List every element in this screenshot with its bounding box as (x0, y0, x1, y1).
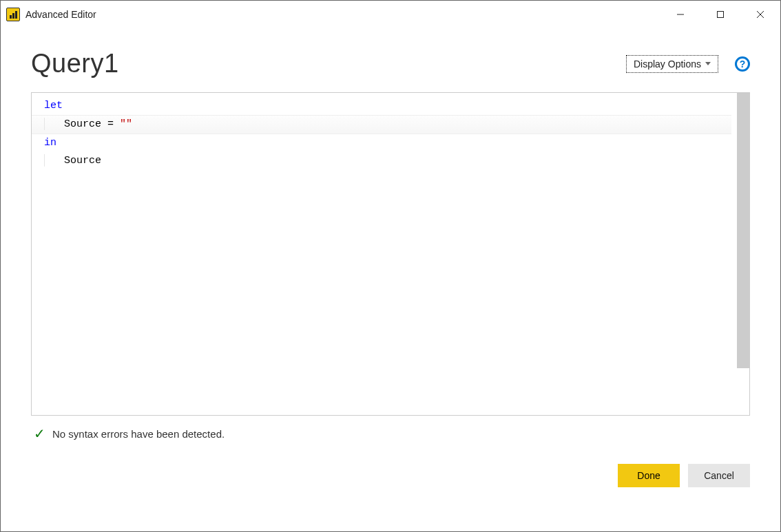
status-message: No syntax errors have been detected. (52, 428, 225, 440)
titlebar: Advanced Editor (1, 1, 780, 28)
code-string-literal: "" (120, 118, 132, 130)
code-editor[interactable]: let Source = ""in Source (31, 92, 750, 416)
code-source-ref: Source (64, 155, 101, 167)
advanced-editor-window: Advanced Editor Query1 Display Options ? (0, 0, 781, 532)
keyword-let: let (44, 100, 63, 111)
help-icon[interactable]: ? (735, 56, 750, 72)
keyword-in: in (44, 137, 56, 149)
content-area: Query1 Display Options ? let Source = ""… (1, 28, 780, 531)
display-options-label: Display Options (634, 58, 701, 70)
chevron-down-icon (705, 62, 711, 65)
vertical-scrollbar[interactable] (737, 93, 749, 415)
display-options-dropdown[interactable]: Display Options (626, 55, 718, 73)
query-title: Query1 (31, 49, 119, 78)
close-button[interactable] (740, 1, 780, 28)
status-bar: ✓ No syntax errors have been detected. (31, 416, 750, 440)
window-title: Advanced Editor (25, 9, 96, 20)
powerbi-icon (6, 8, 20, 21)
code-text[interactable]: let Source = ""in Source (32, 93, 737, 415)
code-source-assign: Source = (64, 118, 120, 130)
svg-rect-1 (718, 12, 724, 18)
cancel-button[interactable]: Cancel (688, 464, 750, 487)
minimize-button[interactable] (660, 1, 700, 28)
check-icon: ✓ (34, 427, 45, 440)
done-button[interactable]: Done (618, 464, 680, 487)
scrollbar-thumb[interactable] (737, 93, 749, 368)
footer-buttons: Done Cancel (31, 440, 750, 487)
window-controls (660, 1, 780, 28)
maximize-button[interactable] (700, 1, 740, 28)
header-row: Query1 Display Options ? (31, 49, 750, 78)
